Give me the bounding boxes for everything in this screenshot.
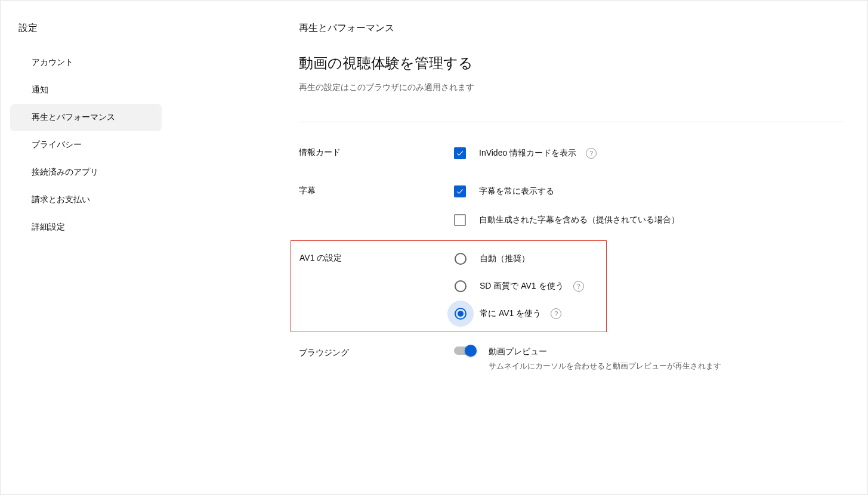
radio-label: 常に AV1 を使う bbox=[480, 308, 541, 319]
section-subtitles: 字幕 字幕を常に表示する 自動生成された字幕を含める（提供されている場合） bbox=[299, 184, 844, 227]
radio-av1-always[interactable] bbox=[455, 308, 467, 320]
toggle-title: 動画プレビュー bbox=[489, 346, 721, 357]
sidebar-item-privacy[interactable]: プライバシー bbox=[10, 131, 162, 159]
checkbox-always-show-subtitles[interactable] bbox=[454, 185, 466, 197]
sidebar-item-playback[interactable]: 再生とパフォーマンス bbox=[10, 104, 162, 131]
sidebar-item-label: 再生とパフォーマンス bbox=[32, 112, 115, 123]
check-icon bbox=[456, 187, 464, 196]
section-browsing: ブラウジング 動画プレビュー サムネイルにカーソルを合わせると動画プレビューが再… bbox=[299, 346, 844, 372]
page-crumb: 再生とパフォーマンス bbox=[299, 22, 844, 35]
page-subheading: 再生の設定はこのブラウザにのみ適用されます bbox=[299, 82, 844, 93]
section-label: 字幕 bbox=[299, 184, 454, 196]
help-icon[interactable]: ? bbox=[573, 281, 584, 292]
checkbox-label: 自動生成された字幕を含める（提供されている場合） bbox=[479, 215, 679, 225]
sidebar-item-account[interactable]: アカウント bbox=[10, 49, 162, 76]
sidebar-item-advanced[interactable]: 詳細設定 bbox=[10, 214, 162, 241]
radio-label: 自動（推奨） bbox=[480, 253, 530, 264]
page-heading: 動画の視聴体験を管理する bbox=[299, 54, 844, 73]
checkbox-invideo-cards[interactable] bbox=[454, 147, 466, 159]
toggle-description: サムネイルにカーソルを合わせると動画プレビューが再生されます bbox=[489, 361, 721, 372]
toggle-video-preview[interactable] bbox=[454, 346, 475, 355]
section-info-card: 情報カード InVideo 情報カードを表示 ? bbox=[299, 146, 844, 160]
sidebar-item-connected-apps[interactable]: 接続済みのアプリ bbox=[10, 159, 162, 186]
checkbox-label: 字幕を常に表示する bbox=[479, 186, 554, 197]
section-divider bbox=[299, 122, 844, 122]
settings-sidebar: 設定 アカウント 通知 再生とパフォーマンス プライバシー 接続済みのアプリ 請… bbox=[1, 1, 168, 494]
checkbox-include-auto-subtitles[interactable] bbox=[454, 214, 466, 226]
section-av1: AV1 の設定 自動（推奨） SD 画質で AV1 を使う ? 常に AV1 を… bbox=[291, 252, 606, 321]
help-icon[interactable]: ? bbox=[551, 308, 561, 319]
sidebar-title: 設定 bbox=[1, 13, 168, 49]
radio-av1-sd[interactable] bbox=[455, 280, 467, 292]
radio-av1-auto[interactable] bbox=[455, 253, 467, 265]
section-label: ブラウジング bbox=[299, 346, 454, 358]
sidebar-item-label: 詳細設定 bbox=[32, 222, 65, 233]
main-content: 再生とパフォーマンス 動画の視聴体験を管理する 再生の設定はこのブラウザにのみ適… bbox=[168, 1, 867, 494]
radio-label: SD 画質で AV1 を使う bbox=[480, 281, 564, 292]
sidebar-item-label: プライバシー bbox=[32, 140, 82, 150]
sidebar-item-label: 請求とお支払い bbox=[32, 194, 90, 205]
av1-highlight-box: AV1 の設定 自動（推奨） SD 画質で AV1 を使う ? 常に AV1 を… bbox=[291, 240, 607, 332]
sidebar-item-notifications[interactable]: 通知 bbox=[10, 76, 162, 104]
sidebar-item-label: 通知 bbox=[32, 85, 48, 95]
section-label: 情報カード bbox=[299, 146, 454, 158]
section-label: AV1 の設定 bbox=[299, 252, 455, 264]
sidebar-item-label: アカウント bbox=[32, 57, 73, 68]
checkbox-label: InVideo 情報カードを表示 bbox=[479, 148, 576, 159]
help-icon[interactable]: ? bbox=[586, 148, 597, 159]
sidebar-item-label: 接続済みのアプリ bbox=[32, 167, 98, 178]
sidebar-item-billing[interactable]: 請求とお支払い bbox=[10, 186, 162, 214]
check-icon bbox=[456, 149, 464, 157]
